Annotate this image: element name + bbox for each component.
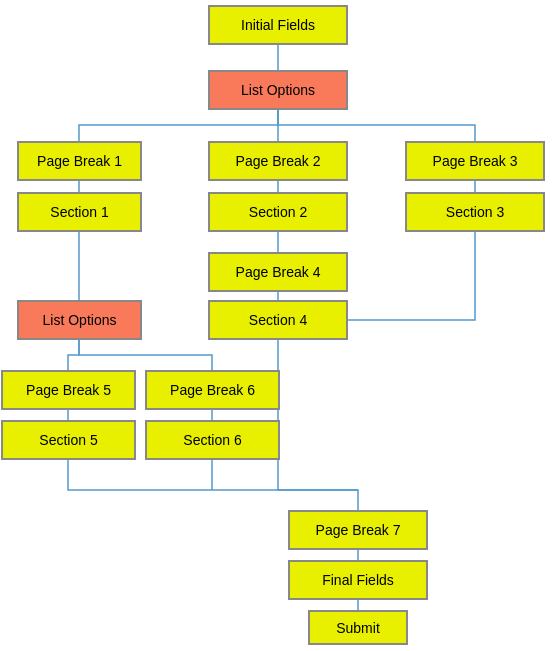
page-break-6-node: Page Break 6 (145, 370, 280, 410)
list-options-2-node: List Options (17, 300, 142, 340)
section-2-node: Section 2 (208, 192, 348, 232)
section-6-node: Section 6 (145, 420, 280, 460)
page-break-7-node: Page Break 7 (288, 510, 428, 550)
section-4-node: Section 4 (208, 300, 348, 340)
section-5-node: Section 5 (1, 420, 136, 460)
diagram: Initial Fields List Options Page Break 1… (0, 0, 558, 651)
page-break-2-node: Page Break 2 (208, 141, 348, 181)
page-break-5-node: Page Break 5 (1, 370, 136, 410)
final-fields-node: Final Fields (288, 560, 428, 600)
section-3-node: Section 3 (405, 192, 545, 232)
section-1-node: Section 1 (17, 192, 142, 232)
submit-node[interactable]: Submit (308, 610, 408, 645)
page-break-1-node: Page Break 1 (17, 141, 142, 181)
page-break-4-node: Page Break 4 (208, 252, 348, 292)
list-options-1-node: List Options (208, 70, 348, 110)
initial-fields-node: Initial Fields (208, 5, 348, 45)
page-break-3-node: Page Break 3 (405, 141, 545, 181)
